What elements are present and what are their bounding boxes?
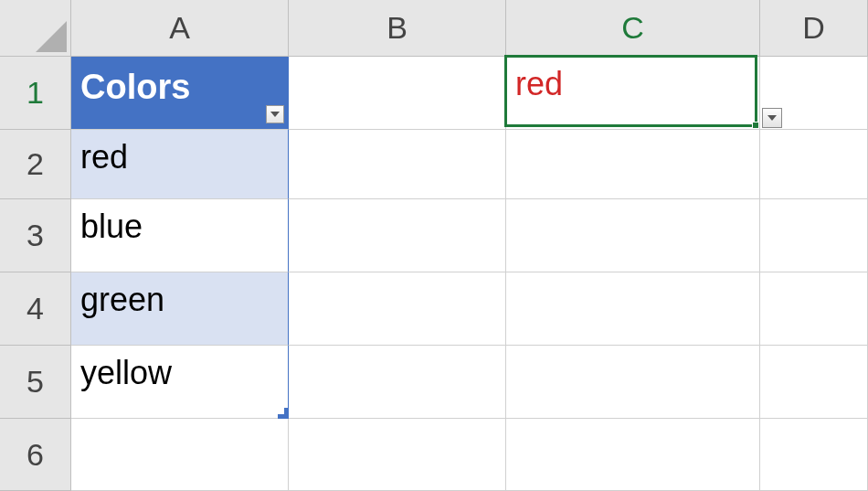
column-header-B[interactable]: B bbox=[289, 0, 506, 57]
grid-row: blue bbox=[71, 199, 868, 272]
chevron-down-icon bbox=[270, 112, 280, 117]
column-header-A[interactable]: A bbox=[71, 0, 289, 57]
row-header-4[interactable]: 4 bbox=[0, 272, 71, 346]
cell-B6[interactable] bbox=[289, 419, 506, 491]
cell-B3[interactable] bbox=[289, 199, 506, 272]
cell-A5[interactable]: yellow bbox=[71, 346, 289, 419]
cell-A2[interactable]: red bbox=[71, 130, 289, 199]
svg-marker-0 bbox=[36, 21, 67, 52]
grid-row: green bbox=[71, 272, 868, 346]
cell-C4[interactable] bbox=[506, 272, 760, 346]
spreadsheet: ABCD 123456 Colorsredredbluegreenyellow bbox=[0, 0, 868, 491]
table-resize-handle[interactable] bbox=[278, 408, 289, 419]
cell-D6[interactable] bbox=[760, 419, 868, 491]
row-header-5[interactable]: 5 bbox=[0, 346, 71, 419]
cell-D2[interactable] bbox=[760, 130, 868, 199]
svg-marker-1 bbox=[270, 112, 280, 117]
chevron-down-icon bbox=[767, 115, 777, 121]
cell-C5[interactable] bbox=[506, 346, 760, 419]
row-header-6[interactable]: 6 bbox=[0, 419, 71, 491]
cell-B5[interactable] bbox=[289, 346, 506, 419]
cell-D5[interactable] bbox=[760, 346, 868, 419]
cell-A1[interactable]: Colors bbox=[71, 57, 289, 130]
grid-body: Colorsredredbluegreenyellow bbox=[71, 57, 868, 491]
column-header-C[interactable]: C bbox=[506, 0, 760, 57]
cell-B4[interactable] bbox=[289, 272, 506, 346]
grid-row bbox=[71, 419, 868, 491]
cell-C6[interactable] bbox=[506, 419, 760, 491]
table-filter-button[interactable] bbox=[266, 105, 284, 123]
row-header-2[interactable]: 2 bbox=[0, 130, 71, 199]
cell-A3[interactable]: blue bbox=[71, 199, 289, 272]
cell-A4[interactable]: green bbox=[71, 272, 289, 346]
cell-C3[interactable] bbox=[506, 199, 760, 272]
row-headers: 123456 bbox=[0, 57, 71, 491]
column-headers: ABCD bbox=[71, 0, 868, 57]
data-validation-dropdown-button[interactable] bbox=[762, 108, 782, 128]
grid-row: yellow bbox=[71, 346, 868, 419]
cell-C2[interactable] bbox=[506, 130, 760, 199]
cell-D3[interactable] bbox=[760, 199, 868, 272]
grid-row: Colorsred bbox=[71, 57, 868, 130]
cell-B1[interactable] bbox=[289, 57, 506, 130]
cell-D4[interactable] bbox=[760, 272, 868, 346]
cell-B2[interactable] bbox=[289, 130, 506, 199]
select-all-corner[interactable] bbox=[0, 0, 71, 57]
column-header-D[interactable]: D bbox=[760, 0, 868, 57]
row-header-3[interactable]: 3 bbox=[0, 199, 71, 272]
cell-C1[interactable]: red bbox=[506, 57, 760, 130]
grid-row: red bbox=[71, 130, 868, 199]
select-all-triangle-icon bbox=[36, 21, 67, 52]
row-header-1[interactable]: 1 bbox=[0, 57, 71, 130]
cell-A6[interactable] bbox=[71, 419, 289, 491]
svg-marker-2 bbox=[767, 115, 777, 121]
